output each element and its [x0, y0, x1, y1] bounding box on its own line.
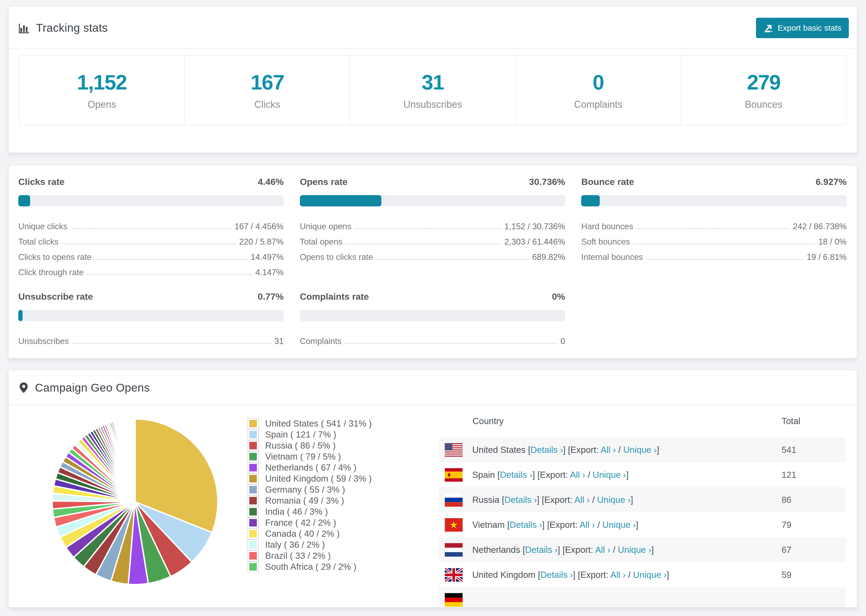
export-all-link[interactable]: All ›	[579, 520, 595, 530]
export-unique-link[interactable]: Unique ›	[623, 445, 657, 455]
export-button-label: Export basic stats	[778, 24, 841, 32]
legend-label: France ( 42 / 2% )	[265, 518, 336, 528]
details-link[interactable]: Details ›	[540, 570, 573, 580]
rate-stat-label: Soft bounces	[581, 237, 630, 247]
rate-head: Bounce rate 6.927%	[581, 177, 847, 187]
rate-stat-row: Unsubscribes 31	[18, 331, 284, 346]
export-all-link[interactable]: All ›	[595, 545, 611, 555]
map-pin-icon	[18, 382, 29, 394]
country-name: Spain	[472, 470, 495, 480]
rate-progress-track	[300, 310, 565, 321]
rate-stat-row: Internal bounces 19 / 6.81%	[581, 247, 847, 262]
country-cell: Spain [Details ›] [Export: All › / Uniqu…	[472, 470, 781, 480]
rate-stat-label: Opens to clicks rate	[300, 252, 373, 262]
export-basic-stats-button[interactable]: Export basic stats	[756, 18, 849, 38]
rate-value: 6.927%	[816, 177, 847, 187]
legend-item: Germany ( 55 / 3% )	[248, 484, 372, 495]
rate-stat-label: Total opens	[300, 237, 343, 247]
legend-item: Spain ( 121 / 7% )	[248, 429, 372, 440]
rate-stat-row: Complaints 0	[300, 331, 565, 346]
stat-value: 279	[681, 70, 846, 94]
pie-slice-other[interactable]	[135, 419, 135, 502]
legend-label: Russia ( 86 / 5% )	[265, 440, 335, 451]
flag-ru-icon	[445, 493, 463, 507]
export-unique-link[interactable]: Unique ›	[633, 570, 667, 580]
rate-title: Bounce rate	[581, 177, 634, 187]
export-all-link[interactable]: All ›	[570, 470, 585, 480]
export-all-link[interactable]: All ›	[601, 445, 616, 455]
legend-item: Italy ( 36 / 2% )	[248, 539, 372, 550]
rate-progress-track	[581, 195, 847, 206]
total-cell: 121	[781, 470, 846, 480]
geo-table-rows: United States [Details ›] [Export: All ›…	[439, 437, 846, 608]
details-link[interactable]: Details ›	[531, 445, 563, 455]
rate-stat-row: Hard bounces 242 / 86.738%	[581, 216, 847, 231]
total-cell: 59	[781, 570, 846, 580]
stat-cell-complaints: 0Complaints	[516, 55, 681, 125]
total-cell: 86	[781, 495, 846, 505]
details-link[interactable]: Details ›	[525, 545, 557, 555]
page-title: Tracking stats	[36, 22, 108, 35]
stat-value: 1,152	[19, 70, 184, 94]
export-unique-link[interactable]: Unique ›	[618, 545, 651, 555]
legend-label: United Kingdom ( 59 / 3% )	[265, 473, 372, 484]
rate-rows: Unique clicks 167 / 4.456% Total clicks …	[18, 216, 284, 277]
export-all-link[interactable]: All ›	[611, 570, 626, 580]
rate-value: 30.736%	[529, 177, 565, 187]
legend-color-swatch	[248, 540, 258, 550]
tracking-stats-card: Tracking stats Export basic stats 1,152O…	[8, 6, 857, 153]
flag-vn-icon	[445, 518, 463, 532]
country-cell: United Kingdom [Details ›] [Export: All …	[472, 570, 781, 580]
details-link[interactable]: Details ›	[504, 495, 537, 505]
rate-rows: Unsubscribes 31	[18, 331, 284, 346]
column-header-country: Country	[472, 416, 781, 426]
legend-label: United States ( 541 / 31% )	[265, 418, 372, 429]
rate-progress-fill	[300, 195, 381, 206]
rate-stat-label: Total clicks	[18, 237, 58, 247]
dotted-leader	[71, 228, 231, 229]
rate-head: Opens rate 30.736%	[300, 177, 565, 187]
dotted-leader	[354, 228, 501, 229]
header-divider	[9, 49, 857, 49]
details-link[interactable]: Details ›	[500, 470, 532, 480]
geo-table: Country Total United States [Details ›] …	[439, 405, 846, 608]
export-unique-link[interactable]: Unique ›	[597, 495, 631, 505]
rate-block-complaints-rate: Complaints rate 0% Complaints 0	[300, 291, 565, 346]
country-name: Russia	[472, 495, 499, 505]
total-cell: 541	[781, 445, 846, 455]
legend-label: Italy ( 36 / 2% )	[265, 540, 325, 550]
legend-color-swatch	[248, 473, 258, 484]
rate-head: Clicks rate 4.46%	[18, 177, 284, 187]
rate-stat-label: Click through rate	[18, 268, 83, 277]
legend-label: Germany ( 55 / 3% )	[265, 485, 345, 495]
rate-stat-value: 31	[274, 336, 283, 346]
legend-item: Canada ( 40 / 2% )	[248, 528, 372, 539]
legend-label: Brazil ( 33 / 2% )	[265, 551, 331, 561]
rate-progress-fill	[18, 310, 23, 321]
stat-label: Unsubscribes	[350, 99, 515, 110]
rate-progress-fill	[581, 195, 600, 206]
rate-stat-row: Total opens 2,303 / 61.446%	[300, 231, 565, 247]
legend-item: Netherlands ( 67 / 4% )	[248, 462, 372, 473]
dotted-leader	[72, 343, 271, 344]
pie-legend: United States ( 541 / 31% )Spain ( 121 /…	[248, 418, 372, 572]
rate-head: Complaints rate 0%	[300, 291, 565, 302]
export-icon	[764, 23, 773, 33]
rate-stat-value: 19 / 6.81%	[807, 252, 847, 262]
legend-item: United States ( 541 / 31% )	[248, 418, 372, 429]
legend-color-swatch	[248, 451, 258, 462]
legend-color-swatch	[248, 551, 258, 561]
stat-value: 0	[516, 70, 681, 94]
stat-cell-opens: 1,152Opens	[19, 55, 185, 125]
flag-de-icon	[445, 593, 463, 607]
campaign-geo-opens-card: Campaign Geo Opens United States ( 541 /…	[8, 369, 857, 608]
geo-title: Campaign Geo Opens	[35, 381, 150, 394]
export-all-link[interactable]: All ›	[575, 495, 590, 505]
legend-color-swatch	[248, 418, 258, 429]
rate-rows: Complaints 0	[300, 331, 565, 346]
export-unique-link[interactable]: Unique ›	[593, 470, 627, 480]
export-unique-link[interactable]: Unique ›	[602, 520, 636, 530]
rate-stat-label: Clicks to opens rate	[18, 252, 91, 262]
details-link[interactable]: Details ›	[510, 520, 542, 530]
rate-stat-label: Unique opens	[300, 222, 351, 231]
